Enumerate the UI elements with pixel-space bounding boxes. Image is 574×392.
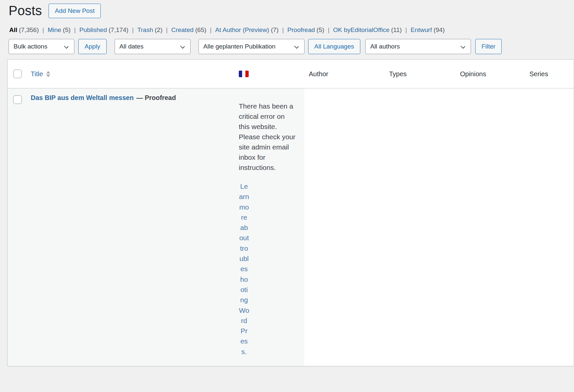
- add-new-post-button[interactable]: Add New Post: [49, 4, 101, 18]
- troubleshooting-link-fragment: mo: [239, 202, 249, 212]
- troubleshooting-link-fragment: Le: [239, 181, 249, 191]
- table-header-row: Title Author Types Opinions Series: [8, 60, 574, 88]
- status-filter-item: Published(7,174): [71, 26, 128, 34]
- sort-by-title-link[interactable]: Title: [27, 70, 50, 78]
- filter-button[interactable]: Filter: [475, 39, 502, 54]
- troubleshooting-link-fragment: oti: [239, 284, 249, 295]
- author-column-header: Author: [304, 60, 384, 88]
- posts-table: Title Author Types Opinions Series Das B…: [7, 59, 574, 366]
- troubleshooting-link[interactable]: LearnmoreabouttroubleshootingWordPress.: [239, 181, 249, 357]
- status-filter-item: Trash(2): [128, 26, 162, 34]
- header-checkbox-cell: [8, 60, 27, 88]
- all-dates-label: All dates: [120, 43, 144, 50]
- error-message-line: this website.: [239, 121, 300, 132]
- post-row: Das BIP aus dem Weltall messen— Proofrea…: [8, 88, 574, 366]
- title-column-label: Title: [31, 70, 43, 78]
- header-language-cell: [232, 60, 304, 88]
- french-flag-icon: [239, 71, 249, 77]
- troubleshooting-link-fragment: es: [239, 336, 249, 346]
- critical-error-message: There has been acritical error onthis we…: [239, 101, 300, 173]
- chevron-down-icon: [64, 44, 68, 49]
- select-all-checkbox[interactable]: [13, 70, 22, 78]
- status-filter-item: OK byEditorialOffice(11): [324, 26, 402, 34]
- troubleshooting-link-fragment: rd: [239, 315, 249, 326]
- chevron-down-icon: [294, 44, 299, 49]
- status-filter-link[interactable]: Published(7,174): [79, 26, 128, 34]
- troubleshooting-link-fragment: s.: [239, 346, 249, 357]
- troubleshooting-link-fragment: re: [239, 212, 249, 222]
- status-filter-item: All(7,356): [9, 26, 39, 34]
- page-header: Posts Add New Post: [0, 0, 574, 19]
- error-message-line: inbox for: [239, 152, 300, 162]
- troubleshooting-link-fragment: ab: [239, 222, 249, 233]
- troubleshooting-link-fragment: ubl: [239, 253, 249, 264]
- troubleshooting-link-fragment: out: [239, 233, 249, 243]
- status-filter-link[interactable]: OK byEditorialOffice(11): [333, 26, 402, 34]
- filters-toolbar: Bulk actions Apply All dates Alle geplan…: [9, 39, 574, 54]
- status-filter-list: All(7,356) Mine(5) Published(7,174) Tras…: [9, 26, 574, 34]
- status-filter-link[interactable]: Trash(2): [137, 26, 162, 34]
- status-filter-item: Mine(5): [39, 26, 70, 34]
- troubleshooting-link-fragment: es: [239, 264, 249, 274]
- types-column-header: Types: [384, 60, 455, 88]
- troubleshooting-link-fragment: tro: [239, 243, 249, 253]
- error-message-line: site admin email: [239, 142, 300, 152]
- posts-admin-page: Posts Add New Post All(7,356) Mine(5) Pu…: [0, 0, 574, 392]
- error-message-line: instructions.: [239, 162, 300, 173]
- troubleshooting-link-fragment: ho: [239, 274, 249, 284]
- row-checkbox[interactable]: [13, 95, 22, 104]
- bulk-actions-label: Bulk actions: [14, 43, 47, 50]
- sort-arrows-icon: [46, 71, 50, 77]
- scheduled-publication-label: Alle geplanten Publikation: [203, 43, 276, 50]
- all-languages-button[interactable]: All Languages: [308, 39, 360, 54]
- header-title-cell: Title: [27, 60, 232, 88]
- status-filter-link[interactable]: Entwurf(94): [411, 26, 445, 34]
- status-filter-link[interactable]: Proofread(5): [287, 26, 324, 34]
- bulk-actions-select[interactable]: Bulk actions: [9, 39, 74, 54]
- row-language-cell: There has been acritical error onthis we…: [232, 88, 304, 366]
- status-filter-item: Created(65): [162, 26, 206, 34]
- troubleshooting-link-fragment: arn: [239, 191, 249, 202]
- chevron-down-icon: [460, 44, 465, 49]
- page-title: Posts: [9, 3, 42, 18]
- status-filter-item: At Author (Preview)(7): [206, 26, 279, 34]
- post-title-link[interactable]: Das BIP aus dem Weltall messen: [31, 94, 134, 101]
- status-filter-link[interactable]: At Author (Preview)(7): [215, 26, 279, 34]
- all-dates-select[interactable]: All dates: [115, 39, 191, 54]
- apply-button[interactable]: Apply: [78, 39, 107, 54]
- all-authors-select[interactable]: All authors: [365, 39, 471, 54]
- opinions-column-header: Opinions: [455, 60, 525, 88]
- error-message-line: Please check your: [239, 132, 300, 142]
- troubleshooting-link-fragment: ng: [239, 295, 249, 305]
- error-message-line: critical error on: [239, 111, 300, 121]
- scheduled-publication-select[interactable]: Alle geplanten Publikation: [198, 39, 305, 54]
- all-authors-label: All authors: [370, 43, 400, 50]
- row-title-cell: Das BIP aus dem Weltall messen— Proofrea…: [27, 88, 232, 366]
- troubleshooting-link-fragment: Pr: [239, 326, 249, 336]
- chevron-down-icon: [180, 44, 185, 49]
- row-opinions-cell: [455, 88, 525, 366]
- status-filter-item: Proofread(5): [278, 26, 324, 34]
- row-author-cell: [304, 88, 384, 366]
- status-filter-item: Entwurf(94): [402, 26, 445, 34]
- status-filter-link[interactable]: Created(65): [171, 26, 206, 34]
- troubleshooting-link-fragment: Wo: [239, 305, 249, 315]
- status-filter-link[interactable]: All(7,356): [9, 26, 39, 34]
- status-filter-link[interactable]: Mine(5): [48, 26, 70, 34]
- row-checkbox-cell: [8, 88, 27, 366]
- series-column-header: Series: [525, 60, 574, 88]
- error-message-line: There has been a: [239, 101, 300, 111]
- post-status-suffix: — Proofread: [136, 94, 176, 101]
- row-types-cell: [384, 88, 455, 366]
- row-series-cell: [525, 88, 574, 366]
